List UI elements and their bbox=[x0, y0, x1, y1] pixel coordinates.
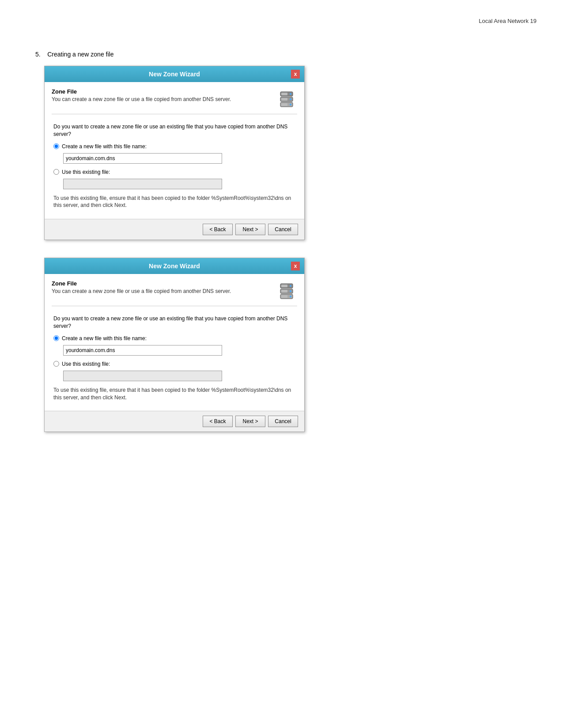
wizard2-cancel-button[interactable]: Cancel bbox=[268, 416, 298, 427]
server-icon bbox=[276, 88, 297, 109]
wizard2-radio2-option[interactable]: Use this existing file: bbox=[53, 361, 295, 367]
wizard1-radio1-option[interactable]: Create a new file with this file name: bbox=[53, 143, 295, 150]
wizard1-zone-file-subtitle: You can create a new zone file or use a … bbox=[52, 96, 231, 102]
svg-point-4 bbox=[290, 98, 291, 100]
wizard1-back-button[interactable]: < Back bbox=[203, 224, 233, 235]
wizard2-zone-file-heading: Zone File bbox=[52, 280, 231, 287]
svg-point-5 bbox=[290, 104, 291, 105]
wizard1-question: Do you want to create a new zone file or… bbox=[53, 123, 295, 138]
wizard1-radio2-option[interactable]: Use this existing file: bbox=[53, 169, 295, 175]
wizard1-radio1[interactable] bbox=[53, 143, 59, 149]
page-header: Local Area Network 19 bbox=[26, 18, 537, 24]
wizard1-radio2-label: Use this existing file: bbox=[62, 169, 110, 175]
wizard1-header-section: Zone File You can create a new zone file… bbox=[52, 88, 297, 114]
wizard2-header-section: Zone File You can create a new zone file… bbox=[52, 280, 297, 306]
wizard2-radio1-label: Create a new file with this file name: bbox=[62, 335, 147, 341]
wizard2-radio2[interactable] bbox=[53, 361, 59, 367]
section-number: 5. bbox=[35, 51, 41, 58]
wizard2-title: New Zone Wizard bbox=[58, 263, 291, 270]
svg-rect-7 bbox=[281, 98, 287, 101]
wizard1-header-text: Zone File You can create a new zone file… bbox=[52, 88, 231, 102]
wizard2-back-button[interactable]: < Back bbox=[203, 416, 233, 427]
wizard1-cancel-button[interactable]: Cancel bbox=[268, 224, 298, 235]
svg-point-3 bbox=[290, 93, 291, 95]
wizard2-zone-file-subtitle: You can create a new zone file or use a … bbox=[52, 288, 231, 294]
svg-point-13 bbox=[290, 290, 291, 292]
wizard1-body: Zone File You can create a new zone file… bbox=[45, 82, 304, 219]
wizard2-radio1[interactable] bbox=[53, 335, 59, 341]
wizard1-next-button[interactable]: Next > bbox=[235, 224, 265, 235]
wizard2-titlebar: New Zone Wizard x bbox=[45, 258, 304, 274]
wizard2-header-text: Zone File You can create a new zone file… bbox=[52, 280, 231, 294]
wizard2-question: Do you want to create a new zone file or… bbox=[53, 315, 295, 330]
header-text: Local Area Network 19 bbox=[479, 18, 537, 24]
wizard-dialog-1: New Zone Wizard x Zone File You can crea… bbox=[26, 66, 537, 240]
svg-point-12 bbox=[290, 285, 291, 287]
section-label: 5. Creating a new zone file bbox=[35, 51, 537, 58]
wizard1-footer: < Back Next > Cancel bbox=[45, 219, 304, 240]
wizard2-note: To use this existing file, ensure that i… bbox=[53, 387, 295, 402]
wizard1-close-button[interactable]: x bbox=[291, 70, 300, 79]
wizard1-existing-file-input[interactable] bbox=[63, 179, 222, 189]
wizard1-zone-file-heading: Zone File bbox=[52, 88, 231, 95]
wizard1-radio1-label: Create a new file with this file name: bbox=[62, 143, 147, 150]
wizard1-new-file-input[interactable] bbox=[63, 153, 222, 164]
server-icon-2 bbox=[276, 280, 297, 301]
wizard2-footer: < Back Next > Cancel bbox=[45, 411, 304, 432]
svg-rect-16 bbox=[281, 290, 287, 293]
wizard1-titlebar: New Zone Wizard x bbox=[45, 66, 304, 82]
wizard-dialog-2: New Zone Wizard x Zone File You can crea… bbox=[26, 258, 537, 432]
wizard2-next-button[interactable]: Next > bbox=[235, 416, 265, 427]
wizard2-radio2-label: Use this existing file: bbox=[62, 361, 110, 367]
svg-rect-17 bbox=[281, 295, 287, 298]
wizard2-content: Do you want to create a new zone file or… bbox=[52, 312, 297, 404]
wizard2-radio1-option[interactable]: Create a new file with this file name: bbox=[53, 335, 295, 341]
wizard2-existing-file-input[interactable] bbox=[63, 371, 222, 381]
wizard1-content: Do you want to create a new zone file or… bbox=[52, 120, 297, 212]
wizard1-title: New Zone Wizard bbox=[58, 71, 291, 78]
wizard2-body: Zone File You can create a new zone file… bbox=[45, 274, 304, 411]
wizard1-radio2[interactable] bbox=[53, 169, 59, 175]
svg-point-14 bbox=[290, 296, 291, 297]
wizard2-new-file-input[interactable] bbox=[63, 345, 222, 356]
wizard2-close-button[interactable]: x bbox=[291, 262, 300, 270]
svg-rect-15 bbox=[281, 285, 287, 287]
svg-rect-8 bbox=[281, 103, 287, 106]
wizard1-note: To use this existing file, ensure that i… bbox=[53, 195, 295, 210]
svg-rect-6 bbox=[281, 93, 287, 95]
section-title: Creating a new zone file bbox=[47, 51, 113, 58]
